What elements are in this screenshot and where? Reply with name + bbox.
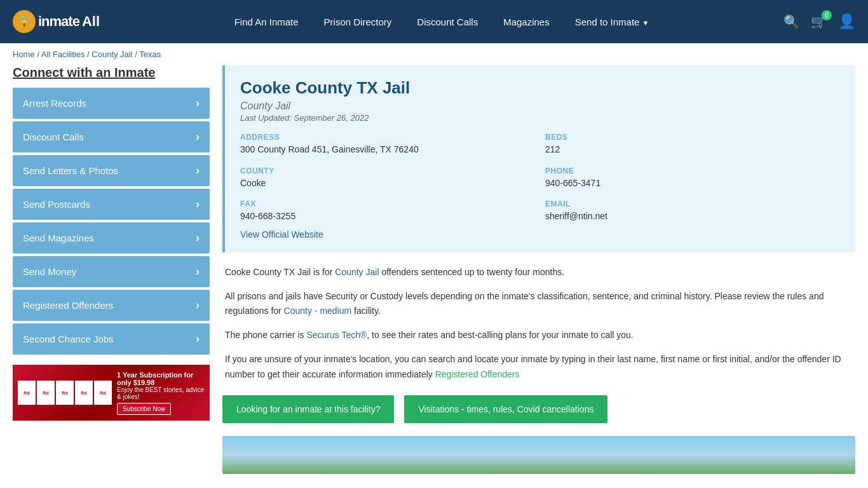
sidebar-item-registered-offenders[interactable]: Registered Offenders › xyxy=(13,290,210,321)
mag-cover-2: Rd xyxy=(37,381,55,405)
sidebar-item-second-chance-jobs[interactable]: Second Chance Jobs › xyxy=(13,323,210,355)
county-label: COUNTY xyxy=(240,166,535,175)
facility-card: Cooke County TX Jail County Jail Last Up… xyxy=(222,65,855,252)
sidebar-item-send-money[interactable]: Send Money › xyxy=(13,256,210,287)
county-value: Cooke xyxy=(240,177,535,190)
email-value: sheriff@ntin.net xyxy=(545,210,840,223)
main-content: Cooke County TX Jail County Jail Last Up… xyxy=(222,65,855,474)
site-logo[interactable]: 🔒 inmateAll xyxy=(13,10,100,33)
sidebar-item-label: Arrest Records xyxy=(23,98,86,109)
ad-text: 1 Year Subscription for only $19.98 Enjo… xyxy=(117,371,205,415)
connect-title: Connect with an Inmate xyxy=(13,65,210,80)
email-group: EMAIL sheriff@ntin.net xyxy=(545,200,840,223)
desc-paragraph-2: All prisons and jails have Security or C… xyxy=(225,289,853,320)
sidebar-item-arrest-records[interactable]: Arrest Records › xyxy=(13,88,210,119)
phone-value: 940-665-3471 xyxy=(545,177,840,190)
sidebar-item-label: Second Chance Jobs xyxy=(23,334,114,344)
address-value: 300 County Road 451, Gainesville, TX 762… xyxy=(240,144,535,156)
ad-magazine-covers: Rd Rd Rd Rd Rd xyxy=(18,381,112,405)
mag-cover-5: Rd xyxy=(94,381,112,405)
beds-label: BEDS xyxy=(545,133,840,142)
county-group: COUNTY Cooke xyxy=(240,166,535,190)
facility-subtitle: County Jail xyxy=(240,100,840,112)
desc-county-medium-link[interactable]: County - medium xyxy=(284,306,352,316)
facility-details: ADDRESS 300 County Road 451, Gainesville… xyxy=(240,133,840,223)
logo-text: inmate xyxy=(38,13,79,30)
sidebar-item-label: Discount Calls xyxy=(23,132,84,142)
chevron-right-icon: › xyxy=(196,130,200,144)
breadcrumb: Home / All Facilities / County Jail / Te… xyxy=(0,43,868,65)
search-icon[interactable]: 🔍 xyxy=(783,14,799,29)
user-icon[interactable]: 👤 xyxy=(838,13,855,30)
breadcrumb-state[interactable]: Texas xyxy=(139,50,161,59)
sidebar: Connect with an Inmate Arrest Records › … xyxy=(13,65,210,474)
facility-description: Cooke County TX Jail is for County Jail … xyxy=(222,265,855,383)
cart-button[interactable]: 🛒 0 xyxy=(811,14,827,29)
header-right: 🔍 🛒 0 👤 xyxy=(783,13,855,30)
sidebar-item-label: Send Money xyxy=(23,266,76,277)
desc-paragraph-3: The phone carrier is Securus Tech®, to s… xyxy=(225,328,853,343)
nav-discount-calls[interactable]: Discount Calls xyxy=(417,17,478,27)
ad-tagline-text: Enjoy the BEST stories, advice & jokes! xyxy=(117,386,205,400)
ad-banner: Rd Rd Rd Rd Rd 1 Year Subscription for o… xyxy=(13,365,210,421)
nav-prison-directory[interactable]: Prison Directory xyxy=(324,17,392,27)
nav-find-inmate[interactable]: Find An Inmate xyxy=(234,17,299,27)
sidebar-item-label: Registered Offenders xyxy=(23,300,113,311)
find-inmate-button[interactable]: Looking for an inmate at this facility? xyxy=(222,395,394,423)
facility-photo xyxy=(222,436,855,474)
chevron-right-icon: › xyxy=(196,198,200,211)
sidebar-item-label: Send Postcards xyxy=(23,199,90,210)
official-website-link[interactable]: View Official Website xyxy=(240,229,323,240)
chevron-right-icon: › xyxy=(196,164,200,177)
cart-badge: 0 xyxy=(822,10,832,20)
beds-value: 212 xyxy=(545,144,840,156)
desc-securus-link[interactable]: Securus Tech® xyxy=(306,330,367,340)
sidebar-item-send-letters[interactable]: Send Letters & Photos › xyxy=(13,155,210,186)
fax-value: 940-668-3255 xyxy=(240,210,535,223)
facility-updated: Last Updated: September 26, 2022 xyxy=(240,113,840,123)
facility-title: Cooke County TX Jail xyxy=(240,78,840,98)
ad-subscribe-button[interactable]: Subscribe Now xyxy=(117,403,171,415)
phone-label: PHONE xyxy=(545,166,840,175)
logo-all-text: All xyxy=(82,13,100,30)
phone-group: PHONE 940-665-3471 xyxy=(545,166,840,190)
sidebar-item-discount-calls[interactable]: Discount Calls › xyxy=(13,121,210,152)
desc-county-jail-link[interactable]: County Jail xyxy=(335,267,379,277)
dropdown-arrow-icon: ▼ xyxy=(642,19,649,27)
address-group: ADDRESS 300 County Road 451, Gainesville… xyxy=(240,133,535,156)
logo-icon: 🔒 xyxy=(13,10,36,33)
desc-paragraph-4: If you are unsure of your inmate's locat… xyxy=(225,352,853,383)
main-nav: Find An Inmate Prison Directory Discount… xyxy=(119,17,764,27)
sidebar-item-label: Send Letters & Photos xyxy=(23,165,118,176)
sidebar-item-send-postcards[interactable]: Send Postcards › xyxy=(13,189,210,220)
mag-cover-1: Rd xyxy=(18,381,36,405)
action-buttons: Looking for an inmate at this facility? … xyxy=(222,395,855,423)
site-header: 🔒 inmateAll Find An Inmate Prison Direct… xyxy=(0,0,868,43)
visitations-button[interactable]: Visitations - times, rules, Covid cancel… xyxy=(404,395,607,423)
desc-registered-offenders-link[interactable]: Registered Offenders xyxy=(435,369,520,379)
breadcrumb-all-facilities[interactable]: All Facilities xyxy=(41,50,85,59)
email-label: EMAIL xyxy=(545,200,840,208)
address-label: ADDRESS xyxy=(240,133,535,142)
fax-group: FAX 940-668-3255 xyxy=(240,200,535,223)
main-layout: Connect with an Inmate Arrest Records › … xyxy=(0,65,868,474)
ad-price-text: 1 Year Subscription for only $19.98 xyxy=(117,371,205,386)
sidebar-item-label: Send Magazines xyxy=(23,233,94,243)
fax-label: FAX xyxy=(240,200,535,208)
beds-group: BEDS 212 xyxy=(545,133,840,156)
chevron-right-icon: › xyxy=(196,97,200,110)
chevron-right-icon: › xyxy=(196,332,200,346)
desc-paragraph-1: Cooke County TX Jail is for County Jail … xyxy=(225,265,853,280)
mag-cover-4: Rd xyxy=(75,381,93,405)
nav-send-to-inmate[interactable]: Send to Inmate▼ xyxy=(575,17,649,27)
chevron-right-icon: › xyxy=(196,231,200,245)
mag-cover-3: Rd xyxy=(56,381,74,405)
nav-magazines[interactable]: Magazines xyxy=(503,17,550,27)
chevron-right-icon: › xyxy=(196,265,200,278)
breadcrumb-home[interactable]: Home xyxy=(13,50,35,59)
breadcrumb-county-jail[interactable]: County Jail xyxy=(92,50,132,59)
chevron-right-icon: › xyxy=(196,299,200,312)
sidebar-item-send-magazines[interactable]: Send Magazines › xyxy=(13,222,210,254)
